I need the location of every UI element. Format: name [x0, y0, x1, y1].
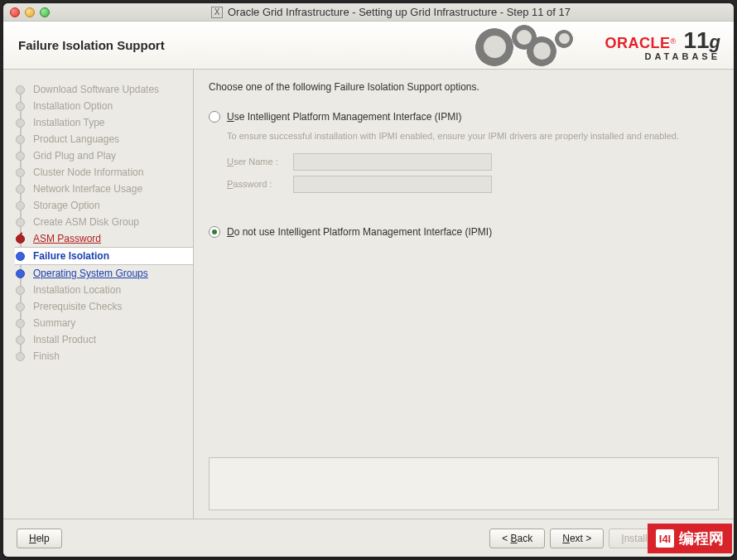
message-area: [209, 457, 719, 510]
back-button[interactable]: < Back: [489, 529, 545, 548]
radio-no-ipmi[interactable]: [209, 226, 220, 238]
watermark-icon: I4I: [656, 529, 674, 548]
wizard-step-grid-plug-and-play: Grid Plug and Play: [15, 147, 193, 164]
label-use-ipmi[interactable]: Use Intelligent Platform Management Inte…: [227, 111, 461, 123]
installer-window: X Oracle Grid Infrastructure - Setting u…: [3, 3, 734, 557]
step-dot-icon: [16, 286, 25, 295]
step-label: Install Product: [33, 334, 96, 345]
step-dot-icon: [16, 218, 25, 227]
step-dot-icon: [16, 252, 25, 261]
step-label: Create ASM Disk Group: [33, 216, 139, 228]
step-dot-icon: [16, 185, 25, 194]
wizard-step-asm-password[interactable]: ASM Password: [15, 230, 193, 247]
watermark-text: 编程网: [679, 529, 724, 548]
wizard-step-installation-location: Installation Location: [15, 282, 193, 298]
password-input: [293, 176, 492, 193]
option-no-ipmi: Do not use Intelligent Platform Manageme…: [209, 226, 719, 244]
label-no-ipmi[interactable]: Do not use Intelligent Platform Manageme…: [227, 226, 492, 238]
ipmi-description: To ensure successful installation with I…: [227, 129, 691, 143]
brand-subtitle: DATABASE: [605, 52, 720, 61]
footer: Help < Back Next > Install Cancel: [3, 519, 734, 557]
oracle-logo: ORACLE® 11g DATABASE: [605, 29, 720, 61]
username-label: User Name :: [227, 157, 287, 167]
step-dot-icon: [16, 352, 25, 361]
wizard-steps: Download Software UpdatesInstallation Op…: [15, 81, 193, 364]
window-title: X Oracle Grid Infrastructure - Setting u…: [55, 6, 727, 18]
brand-version: 11: [683, 27, 709, 53]
main-panel: Choose one of the following Failure Isol…: [194, 70, 734, 519]
step-dot-icon: [16, 319, 25, 328]
close-icon[interactable]: [10, 7, 20, 17]
step-dot-icon: [16, 135, 25, 144]
minimize-icon[interactable]: [25, 7, 35, 17]
wizard-step-install-product: Install Product: [15, 331, 193, 348]
radio-use-ipmi[interactable]: [209, 111, 220, 123]
header: Failure Isolation Support ORACLE® 11g DA…: [3, 22, 734, 70]
step-label: Product Languages: [33, 133, 119, 145]
step-label: Installation Type: [33, 117, 105, 128]
brand-version-suffix: g: [710, 31, 720, 52]
step-dot-icon: [16, 201, 25, 210]
maximize-icon[interactable]: [40, 7, 50, 17]
step-label: Installation Location: [33, 284, 121, 296]
brand-name: ORACLE: [605, 35, 670, 51]
content-body: Download Software UpdatesInstallation Op…: [3, 70, 734, 519]
option-use-ipmi: Use Intelligent Platform Management Inte…: [209, 111, 719, 198]
help-button[interactable]: Help: [17, 529, 62, 548]
wizard-step-finish: Finish: [15, 348, 193, 364]
step-label: Failure Isolation: [33, 250, 109, 262]
step-label: Storage Option: [33, 200, 100, 211]
gears-icon: [472, 25, 596, 66]
step-label: Download Software Updates: [33, 84, 159, 95]
step-dot-icon: [16, 118, 25, 128]
wizard-step-installation-option: Installation Option: [15, 98, 193, 114]
wizard-step-failure-isolation: Failure Isolation: [15, 247, 194, 265]
window-title-text: Oracle Grid Infrastructure - Setting up …: [228, 6, 571, 18]
wizard-step-installation-type: Installation Type: [15, 114, 193, 131]
titlebar: X Oracle Grid Infrastructure - Setting u…: [3, 3, 734, 22]
watermark: I4I 编程网: [648, 524, 732, 553]
step-label: Finish: [33, 350, 60, 362]
step-dot-icon: [16, 302, 25, 311]
window-controls: [10, 7, 50, 17]
step-label: Cluster Node Information: [33, 167, 143, 178]
wizard-step-create-asm-disk-group: Create ASM Disk Group: [15, 214, 193, 230]
step-dot-icon: [16, 336, 25, 345]
step-dot-icon: [16, 152, 25, 161]
step-label: Operating System Groups: [33, 268, 148, 279]
wizard-step-operating-system-groups[interactable]: Operating System Groups: [15, 265, 193, 282]
wizard-step-network-interface-usage: Network Interface Usage: [15, 181, 193, 197]
username-input: [293, 153, 492, 171]
wizard-step-cluster-node-information: Cluster Node Information: [15, 164, 193, 181]
next-button[interactable]: Next >: [550, 529, 604, 548]
step-dot-icon: [16, 168, 25, 177]
step-dot-icon: [16, 269, 25, 278]
prompt-text: Choose one of the following Failure Isol…: [209, 81, 719, 93]
header-branding: ORACLE® 11g DATABASE: [472, 25, 720, 66]
password-label: Password :: [227, 179, 287, 189]
step-label: Prerequisite Checks: [33, 301, 122, 312]
sidebar: Download Software UpdatesInstallation Op…: [3, 70, 194, 519]
x11-icon: X: [211, 7, 223, 18]
page-title: Failure Isolation Support: [18, 38, 165, 52]
step-dot-icon: [16, 234, 25, 244]
wizard-step-download-software-updates: Download Software Updates: [15, 81, 193, 98]
step-label: Installation Option: [33, 100, 113, 112]
step-label: Network Interface Usage: [33, 183, 142, 195]
wizard-step-summary: Summary: [15, 315, 193, 331]
step-dot-icon: [16, 85, 25, 94]
step-label: Summary: [33, 317, 75, 329]
wizard-step-product-languages: Product Languages: [15, 131, 193, 147]
step-label: Grid Plug and Play: [33, 150, 116, 162]
wizard-step-prerequisite-checks: Prerequisite Checks: [15, 298, 193, 315]
step-label: ASM Password: [33, 233, 101, 244]
step-dot-icon: [16, 102, 25, 111]
wizard-step-storage-option: Storage Option: [15, 197, 193, 214]
